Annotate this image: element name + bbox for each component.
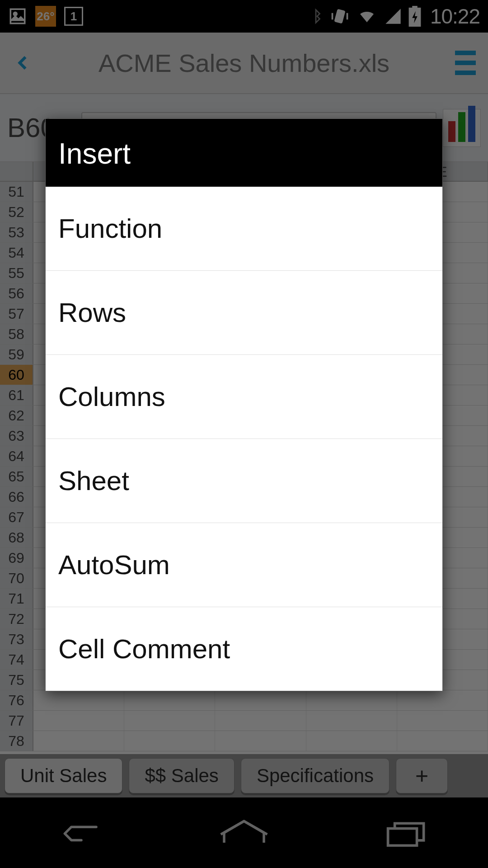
dialog-option[interactable]: Sheet bbox=[46, 439, 442, 523]
insert-dialog: Insert FunctionRowsColumnsSheetAutoSumCe… bbox=[45, 118, 443, 691]
dialog-option[interactable]: Cell Comment bbox=[46, 607, 442, 691]
dialog-option[interactable]: Rows bbox=[46, 271, 442, 355]
dialog-option[interactable]: Function bbox=[46, 187, 442, 271]
dialog-option[interactable]: AutoSum bbox=[46, 523, 442, 607]
dialog-title: Insert bbox=[46, 119, 442, 187]
dialog-option[interactable]: Columns bbox=[46, 355, 442, 439]
